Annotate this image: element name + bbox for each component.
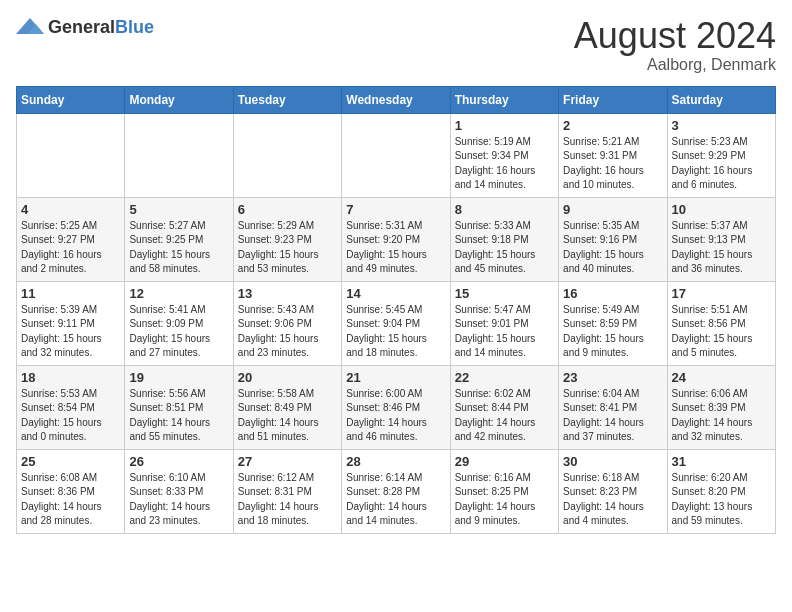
calendar-cell: 10Sunrise: 5:37 AMSunset: 9:13 PMDayligh…: [667, 197, 775, 281]
day-info: Sunrise: 5:45 AMSunset: 9:04 PMDaylight:…: [346, 303, 445, 361]
day-number: 20: [238, 370, 337, 385]
day-info: Sunrise: 5:39 AMSunset: 9:11 PMDaylight:…: [21, 303, 120, 361]
calendar-cell: 28Sunrise: 6:14 AMSunset: 8:28 PMDayligh…: [342, 449, 450, 533]
day-number: 18: [21, 370, 120, 385]
day-number: 28: [346, 454, 445, 469]
day-number: 19: [129, 370, 228, 385]
title-block: August 2024 Aalborg, Denmark: [574, 16, 776, 74]
day-number: 30: [563, 454, 662, 469]
calendar-cell: 25Sunrise: 6:08 AMSunset: 8:36 PMDayligh…: [17, 449, 125, 533]
calendar-cell: 16Sunrise: 5:49 AMSunset: 8:59 PMDayligh…: [559, 281, 667, 365]
calendar-cell: 27Sunrise: 6:12 AMSunset: 8:31 PMDayligh…: [233, 449, 341, 533]
calendar-cell: 9Sunrise: 5:35 AMSunset: 9:16 PMDaylight…: [559, 197, 667, 281]
day-info: Sunrise: 5:19 AMSunset: 9:34 PMDaylight:…: [455, 135, 554, 193]
calendar-week-row: 25Sunrise: 6:08 AMSunset: 8:36 PMDayligh…: [17, 449, 776, 533]
day-info: Sunrise: 6:06 AMSunset: 8:39 PMDaylight:…: [672, 387, 771, 445]
day-info: Sunrise: 5:47 AMSunset: 9:01 PMDaylight:…: [455, 303, 554, 361]
logo-text: GeneralBlue: [48, 18, 154, 37]
day-number: 8: [455, 202, 554, 217]
calendar-cell: 1Sunrise: 5:19 AMSunset: 9:34 PMDaylight…: [450, 113, 558, 197]
calendar-cell: 11Sunrise: 5:39 AMSunset: 9:11 PMDayligh…: [17, 281, 125, 365]
calendar-cell: 31Sunrise: 6:20 AMSunset: 8:20 PMDayligh…: [667, 449, 775, 533]
calendar-cell: 29Sunrise: 6:16 AMSunset: 8:25 PMDayligh…: [450, 449, 558, 533]
day-number: 16: [563, 286, 662, 301]
day-of-week-header: Wednesday: [342, 86, 450, 113]
calendar-cell: 7Sunrise: 5:31 AMSunset: 9:20 PMDaylight…: [342, 197, 450, 281]
calendar-cell: [233, 113, 341, 197]
day-info: Sunrise: 5:56 AMSunset: 8:51 PMDaylight:…: [129, 387, 228, 445]
day-number: 27: [238, 454, 337, 469]
day-info: Sunrise: 6:00 AMSunset: 8:46 PMDaylight:…: [346, 387, 445, 445]
day-info: Sunrise: 5:31 AMSunset: 9:20 PMDaylight:…: [346, 219, 445, 277]
calendar-cell: 2Sunrise: 5:21 AMSunset: 9:31 PMDaylight…: [559, 113, 667, 197]
page-header: GeneralBlue August 2024 Aalborg, Denmark: [16, 16, 776, 74]
logo-icon: [16, 16, 44, 38]
day-info: Sunrise: 5:29 AMSunset: 9:23 PMDaylight:…: [238, 219, 337, 277]
day-info: Sunrise: 5:27 AMSunset: 9:25 PMDaylight:…: [129, 219, 228, 277]
day-of-week-header: Tuesday: [233, 86, 341, 113]
calendar-cell: 6Sunrise: 5:29 AMSunset: 9:23 PMDaylight…: [233, 197, 341, 281]
day-number: 23: [563, 370, 662, 385]
day-info: Sunrise: 6:16 AMSunset: 8:25 PMDaylight:…: [455, 471, 554, 529]
day-info: Sunrise: 5:21 AMSunset: 9:31 PMDaylight:…: [563, 135, 662, 193]
sub-title: Aalborg, Denmark: [574, 56, 776, 74]
day-info: Sunrise: 5:25 AMSunset: 9:27 PMDaylight:…: [21, 219, 120, 277]
day-number: 3: [672, 118, 771, 133]
day-info: Sunrise: 5:35 AMSunset: 9:16 PMDaylight:…: [563, 219, 662, 277]
calendar-week-row: 18Sunrise: 5:53 AMSunset: 8:54 PMDayligh…: [17, 365, 776, 449]
day-number: 6: [238, 202, 337, 217]
logo-blue: Blue: [115, 17, 154, 37]
calendar-table: SundayMondayTuesdayWednesdayThursdayFrid…: [16, 86, 776, 534]
calendar-cell: 22Sunrise: 6:02 AMSunset: 8:44 PMDayligh…: [450, 365, 558, 449]
day-number: 1: [455, 118, 554, 133]
day-info: Sunrise: 5:37 AMSunset: 9:13 PMDaylight:…: [672, 219, 771, 277]
calendar-cell: 8Sunrise: 5:33 AMSunset: 9:18 PMDaylight…: [450, 197, 558, 281]
calendar-cell: 23Sunrise: 6:04 AMSunset: 8:41 PMDayligh…: [559, 365, 667, 449]
day-number: 15: [455, 286, 554, 301]
calendar-cell: [125, 113, 233, 197]
day-info: Sunrise: 5:49 AMSunset: 8:59 PMDaylight:…: [563, 303, 662, 361]
calendar-cell: 12Sunrise: 5:41 AMSunset: 9:09 PMDayligh…: [125, 281, 233, 365]
calendar-cell: 3Sunrise: 5:23 AMSunset: 9:29 PMDaylight…: [667, 113, 775, 197]
calendar-week-row: 4Sunrise: 5:25 AMSunset: 9:27 PMDaylight…: [17, 197, 776, 281]
day-number: 2: [563, 118, 662, 133]
day-number: 13: [238, 286, 337, 301]
day-number: 7: [346, 202, 445, 217]
day-info: Sunrise: 6:14 AMSunset: 8:28 PMDaylight:…: [346, 471, 445, 529]
day-info: Sunrise: 5:58 AMSunset: 8:49 PMDaylight:…: [238, 387, 337, 445]
day-of-week-header: Sunday: [17, 86, 125, 113]
calendar-cell: 14Sunrise: 5:45 AMSunset: 9:04 PMDayligh…: [342, 281, 450, 365]
day-info: Sunrise: 5:23 AMSunset: 9:29 PMDaylight:…: [672, 135, 771, 193]
calendar-cell: 20Sunrise: 5:58 AMSunset: 8:49 PMDayligh…: [233, 365, 341, 449]
day-info: Sunrise: 5:33 AMSunset: 9:18 PMDaylight:…: [455, 219, 554, 277]
calendar-cell: 15Sunrise: 5:47 AMSunset: 9:01 PMDayligh…: [450, 281, 558, 365]
day-number: 24: [672, 370, 771, 385]
logo: GeneralBlue: [16, 16, 154, 38]
calendar-cell: 21Sunrise: 6:00 AMSunset: 8:46 PMDayligh…: [342, 365, 450, 449]
day-number: 10: [672, 202, 771, 217]
day-info: Sunrise: 6:20 AMSunset: 8:20 PMDaylight:…: [672, 471, 771, 529]
calendar-cell: 5Sunrise: 5:27 AMSunset: 9:25 PMDaylight…: [125, 197, 233, 281]
day-of-week-header: Saturday: [667, 86, 775, 113]
day-info: Sunrise: 5:41 AMSunset: 9:09 PMDaylight:…: [129, 303, 228, 361]
calendar-cell: 19Sunrise: 5:56 AMSunset: 8:51 PMDayligh…: [125, 365, 233, 449]
calendar-cell: [342, 113, 450, 197]
day-info: Sunrise: 6:18 AMSunset: 8:23 PMDaylight:…: [563, 471, 662, 529]
day-number: 14: [346, 286, 445, 301]
day-info: Sunrise: 5:53 AMSunset: 8:54 PMDaylight:…: [21, 387, 120, 445]
day-number: 4: [21, 202, 120, 217]
main-title: August 2024: [574, 16, 776, 56]
day-info: Sunrise: 6:08 AMSunset: 8:36 PMDaylight:…: [21, 471, 120, 529]
calendar-header-row: SundayMondayTuesdayWednesdayThursdayFrid…: [17, 86, 776, 113]
day-number: 17: [672, 286, 771, 301]
calendar-cell: [17, 113, 125, 197]
calendar-cell: 17Sunrise: 5:51 AMSunset: 8:56 PMDayligh…: [667, 281, 775, 365]
day-number: 29: [455, 454, 554, 469]
day-of-week-header: Friday: [559, 86, 667, 113]
day-info: Sunrise: 5:51 AMSunset: 8:56 PMDaylight:…: [672, 303, 771, 361]
calendar-cell: 30Sunrise: 6:18 AMSunset: 8:23 PMDayligh…: [559, 449, 667, 533]
day-number: 26: [129, 454, 228, 469]
calendar-cell: 13Sunrise: 5:43 AMSunset: 9:06 PMDayligh…: [233, 281, 341, 365]
day-number: 12: [129, 286, 228, 301]
calendar-week-row: 1Sunrise: 5:19 AMSunset: 9:34 PMDaylight…: [17, 113, 776, 197]
